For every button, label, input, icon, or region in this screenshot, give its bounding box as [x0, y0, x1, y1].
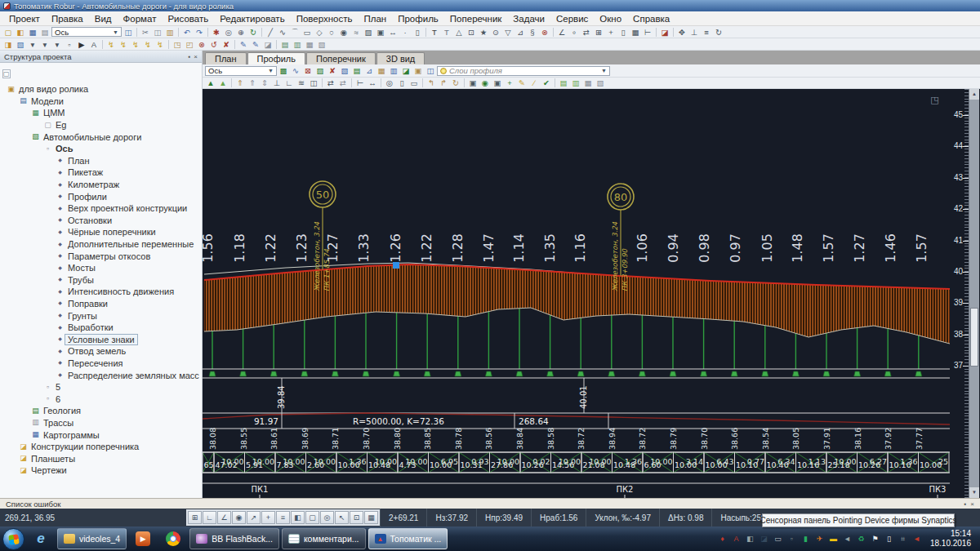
profile-axis-combo[interactable]: Ось▼ — [205, 66, 277, 76]
open-project-icon[interactable]: ◧ — [15, 27, 26, 38]
box-n1-icon[interactable]: ▣ — [467, 78, 479, 88]
filter-button[interactable]: ▢ — [2, 69, 11, 78]
menu-item[interactable]: Поверхность — [291, 14, 359, 24]
audio-tray-icon[interactable]: ◄ — [841, 533, 853, 545]
snap-grid-button[interactable]: ⊞ — [188, 511, 202, 524]
tree-item[interactable]: ◪Планшеты — [0, 452, 202, 464]
add-plus-icon[interactable]: + — [504, 78, 515, 88]
doc-wide-icon[interactable]: ▭ — [408, 78, 420, 88]
tree-item[interactable]: ▧Автомобильные дороги — [0, 131, 202, 143]
copy-icon[interactable]: ◫ — [152, 27, 163, 38]
cut-icon[interactable]: ✂ — [140, 27, 151, 38]
menu-item[interactable]: Профиль — [392, 14, 444, 24]
tree-item[interactable]: ◆Отвод земель — [0, 345, 202, 358]
sheet-4-icon[interactable]: ▧ — [316, 39, 327, 50]
paste-icon[interactable]: ▥ — [164, 27, 176, 38]
doc-tall-icon[interactable]: ▯ — [396, 78, 408, 88]
rotate-icon[interactable]: ↻ — [713, 27, 724, 38]
distribute-icon[interactable]: ≡ — [701, 27, 712, 38]
snap-lineweight-button[interactable]: ≡ — [276, 511, 290, 524]
measure-icon[interactable]: ↔ — [387, 27, 399, 38]
draw-circle-icon[interactable]: ○ — [326, 27, 337, 38]
edit-corner-icon[interactable]: ∟ — [283, 78, 295, 88]
snap-quick-button[interactable]: ◧ — [291, 511, 305, 524]
flash-5-icon[interactable]: ↯ — [154, 39, 166, 50]
media-player-taskbar-button[interactable]: ▶ — [129, 528, 157, 549]
tree-item[interactable]: ◆Дополнительные переменные — [0, 238, 202, 251]
sheet-icon[interactable]: ▯ — [617, 27, 629, 38]
tree-item[interactable]: ◆Километраж — [0, 179, 202, 191]
monitor-tray-icon[interactable]: ▭ — [772, 533, 784, 545]
draw-spline-icon[interactable]: ≈ — [350, 27, 362, 38]
undo-red-icon[interactable]: ↺ — [208, 39, 220, 50]
edit-wave-icon[interactable]: ≋ — [296, 78, 307, 88]
view-control-icon[interactable]: ◳ — [929, 94, 941, 105]
export-icon[interactable]: ▤ — [39, 27, 51, 38]
pencil-1-icon[interactable]: ✎ — [238, 39, 249, 50]
tree-item[interactable]: ◪Чертежи — [0, 464, 202, 477]
comments-notepad-taskbar-button[interactable]: комментари... — [282, 528, 366, 549]
profile-table-icon[interactable]: ▦ — [376, 65, 387, 76]
tree-item[interactable]: ◆Трубы — [0, 274, 202, 287]
profile-layers-combo[interactable]: Слои профиля▼ — [437, 66, 610, 76]
flash-3-icon[interactable]: ↯ — [130, 39, 141, 50]
check-green-icon[interactable]: ✔ — [541, 78, 552, 88]
profile-design-icon[interactable]: ▧ — [339, 65, 350, 76]
open-folder-icon[interactable]: ◨ — [2, 39, 14, 50]
play-icon[interactable]: ▶ — [76, 39, 87, 50]
menu-item[interactable]: Проект — [3, 14, 46, 24]
menu-item[interactable]: Сервис — [550, 14, 594, 24]
draw-image-icon[interactable]: ▣ — [375, 27, 386, 38]
tab-Профиль[interactable]: Профиль — [247, 52, 306, 64]
save-icon[interactable]: ▦ — [27, 27, 38, 38]
mirror-icon[interactable]: ⇄ — [581, 27, 592, 38]
select-grid-button[interactable]: ▦ — [364, 511, 378, 524]
snap-dynamic-button[interactable]: + — [261, 511, 275, 524]
arrow-right-icon[interactable]: ↱ — [438, 78, 449, 88]
tree-item[interactable]: ▦ЦММ — [0, 107, 202, 119]
arrow-left-icon[interactable]: ↰ — [425, 78, 437, 88]
tree-item[interactable]: ▤Геология — [0, 405, 202, 417]
nodes-icon[interactable]: ∘ — [568, 27, 580, 38]
zoom-lens-icon[interactable]: ◎ — [384, 78, 395, 88]
menu-item[interactable]: Задачи — [507, 14, 550, 24]
tree-item[interactable]: ◆Остановки — [0, 215, 202, 227]
tree-item[interactable]: ▣для видо ролика — [0, 83, 202, 96]
move-icon[interactable]: ✥ — [676, 27, 688, 38]
flash-4-icon[interactable]: ↯ — [142, 39, 154, 50]
profile-edit-icon[interactable]: ∿ — [290, 65, 301, 76]
select-cursor-button[interactable]: ↖ — [335, 511, 349, 524]
flash-2-icon[interactable]: ↯ — [118, 39, 129, 50]
ruler-slant-icon[interactable]: ∕ — [528, 78, 540, 88]
profile-black-icon[interactable]: ▨ — [314, 65, 326, 76]
flask-icon[interactable]: ⊿ — [514, 27, 526, 38]
redo-icon[interactable]: ↷ — [194, 27, 205, 38]
draw-line-icon[interactable]: ╱ — [265, 27, 276, 38]
node-swap-1-icon[interactable]: ⇄ — [325, 78, 336, 88]
lock-icon[interactable]: ⊗ — [539, 27, 550, 38]
draw-hatch-icon[interactable]: ▨ — [363, 27, 374, 38]
profile-erase-icon[interactable]: ✘ — [327, 65, 338, 76]
sheet-3-icon[interactable]: ▦ — [304, 39, 315, 50]
tree-item[interactable]: ▥Трассы — [0, 417, 202, 429]
profile-delete-icon[interactable]: ⊠ — [302, 65, 314, 76]
scroll-up-icon[interactable]: ▲ — [969, 89, 979, 100]
profile-surface-icon[interactable]: ▩ — [278, 65, 289, 76]
tree-item[interactable]: ◆Пересечения — [0, 358, 202, 370]
tree-item[interactable]: ▫Ось — [0, 143, 202, 155]
box-green-icon[interactable]: ◉ — [479, 78, 491, 88]
vertical-scrollbar[interactable]: ▲ ▼ — [969, 89, 979, 498]
tree-item[interactable]: ◆Чёрные поперечники — [0, 226, 202, 238]
measure-1-icon[interactable]: ⊢ — [354, 78, 366, 88]
menu-item[interactable]: Окно — [594, 14, 627, 24]
battery-tray-icon[interactable]: ▮ — [800, 533, 812, 545]
tab-План[interactable]: План — [205, 52, 247, 64]
edit-perp-icon[interactable]: ⊥ — [271, 78, 283, 88]
draw-polygon-icon[interactable]: ◇ — [314, 27, 325, 38]
explorer-videoles-taskbar-button[interactable]: videoles_4 — [57, 528, 127, 549]
edit-up-1-icon[interactable]: ⇑ — [234, 78, 246, 88]
updater-tray-icon[interactable]: ♻ — [855, 533, 867, 545]
box-n2-icon[interactable]: ▣ — [492, 78, 503, 88]
axis-combo[interactable]: Ось▼ — [51, 27, 122, 37]
edit-swap-icon[interactable]: ⇕ — [259, 78, 270, 88]
